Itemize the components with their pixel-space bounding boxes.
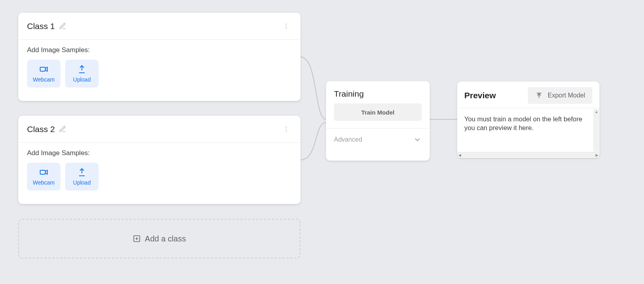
- scroll-right-icon: ▶: [596, 153, 598, 157]
- class-header: Class 1: [18, 13, 301, 40]
- preview-title: Preview: [464, 91, 496, 100]
- canvas: Class 1 Add Image Samples: Webcam: [0, 0, 644, 284]
- chevron-down-icon: [413, 135, 422, 144]
- upload-icon: [77, 64, 87, 74]
- webcam-label: Webcam: [33, 179, 55, 186]
- svg-rect-3: [40, 67, 45, 71]
- webcam-icon: [39, 167, 48, 177]
- add-class-label: Add a class: [145, 234, 186, 243]
- webcam-button[interactable]: Webcam: [27, 60, 60, 88]
- upload-label: Upload: [73, 76, 91, 83]
- advanced-label: Advanced: [334, 136, 362, 143]
- samples-label: Add Image Samples:: [27, 46, 292, 54]
- add-class-button[interactable]: Add a class: [18, 219, 301, 259]
- svg-point-6: [286, 130, 287, 132]
- kebab-icon[interactable]: [281, 124, 292, 135]
- scroll-left-icon: ◀: [458, 153, 461, 157]
- train-button-wrap: Train Model: [326, 103, 430, 128]
- svg-point-5: [286, 128, 287, 130]
- upload-button[interactable]: Upload: [65, 163, 99, 191]
- samples-label: Add Image Samples:: [27, 149, 292, 157]
- kebab-icon[interactable]: [281, 21, 292, 32]
- preview-body: You must train a model on the left befor…: [457, 108, 599, 158]
- class-body: Add Image Samples: Webcam Upload: [18, 143, 301, 197]
- webcam-icon: [39, 64, 48, 74]
- train-model-button[interactable]: Train Model: [334, 103, 422, 121]
- sample-buttons: Webcam Upload: [27, 60, 292, 88]
- training-title: Training: [334, 89, 422, 99]
- upload-icon: [77, 167, 87, 177]
- preview-message: You must train a model on the left befor…: [457, 108, 599, 158]
- class-title[interactable]: Class 1: [27, 21, 55, 31]
- preview-header: Preview Export Model: [457, 82, 599, 108]
- class-header: Class 2: [18, 116, 301, 143]
- webcam-button[interactable]: Webcam: [27, 163, 60, 191]
- export-label: Export Model: [548, 92, 585, 99]
- svg-rect-7: [40, 170, 45, 174]
- class-card-2: Class 2 Add Image Samples: Webcam: [18, 116, 301, 204]
- svg-point-0: [286, 23, 287, 25]
- webcam-label: Webcam: [33, 76, 55, 83]
- advanced-toggle[interactable]: Advanced: [326, 128, 430, 150]
- upload-button[interactable]: Upload: [65, 60, 99, 88]
- training-header: Training: [326, 81, 430, 103]
- upload-label: Upload: [73, 179, 91, 186]
- export-model-button[interactable]: Export Model: [528, 87, 592, 104]
- class-card-1: Class 1 Add Image Samples: Webcam: [18, 13, 301, 101]
- export-icon: [535, 91, 543, 99]
- svg-point-2: [286, 27, 287, 29]
- pencil-icon[interactable]: [59, 22, 66, 30]
- class-title[interactable]: Class 2: [27, 124, 55, 134]
- scroll-up-icon: ▲: [594, 109, 599, 115]
- svg-point-1: [286, 25, 287, 27]
- pencil-icon[interactable]: [59, 125, 66, 133]
- class-body: Add Image Samples: Webcam Upload: [18, 40, 301, 94]
- scrollbar-horizontal[interactable]: ◀ ▶: [458, 152, 599, 158]
- training-card: Training Train Model Advanced: [326, 81, 430, 161]
- svg-point-4: [286, 126, 287, 128]
- scrollbar-vertical[interactable]: ▲: [594, 109, 599, 152]
- plus-box-icon: [133, 235, 141, 243]
- preview-card: Preview Export Model You must train a mo…: [457, 82, 599, 158]
- sample-buttons: Webcam Upload: [27, 163, 292, 191]
